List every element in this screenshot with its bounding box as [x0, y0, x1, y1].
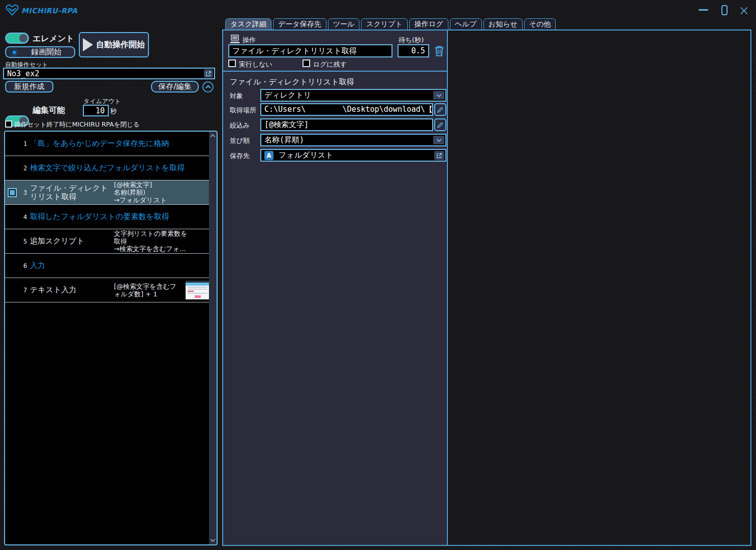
step-label: 検索文字で絞り込んだフォルダリストを取得: [30, 164, 209, 172]
skip-checkbox-label: 実行しない: [239, 60, 273, 69]
sort-select[interactable]: 名称(昇順): [260, 134, 446, 146]
step-label: 追加スクリプト: [30, 237, 112, 246]
external-link-icon: [205, 71, 211, 77]
collapse-button[interactable]: [202, 81, 214, 93]
tab-script[interactable]: スクリプト: [361, 18, 408, 30]
field-label-sort: 並び順: [230, 136, 250, 145]
step-row-4[interactable]: 4 取得したフォルダリストの要素数を取得: [5, 205, 209, 229]
destination-input[interactable]: A フォルダリスト: [260, 149, 446, 162]
external-link-icon: [436, 152, 442, 159]
section-divider: [223, 71, 447, 72]
wait-label: 待ち(秒): [399, 36, 424, 45]
field-label-location: 取得場所: [230, 106, 256, 115]
record-label: 録画開始: [31, 47, 62, 57]
variable-type-icon: A: [264, 151, 274, 160]
wait-seconds-input[interactable]: 0.5: [398, 44, 429, 57]
timeout-unit: 秒: [110, 107, 117, 116]
location-input[interactable]: C:\Users\ \Desktop\download\【問題】MI: [260, 103, 433, 116]
close-on-finish-checkbox[interactable]: [5, 120, 12, 128]
skip-checkbox[interactable]: [228, 59, 236, 67]
step-detail: 文字列リストの要素数を 取得 →検索文字を含むフォ...: [114, 230, 189, 253]
left-panel: エレメント 自動操作開始 録画開始 自動操作セット No3_ex2 新規作成 保…: [0, 18, 222, 550]
step-label: テキスト入力: [30, 286, 112, 294]
element-toggle[interactable]: [5, 33, 29, 44]
step-label: ファイル・ディレクトリリスト取得: [30, 184, 112, 201]
step-row-2[interactable]: 2 検索文字で絞り込んだフォルダリストを取得: [5, 156, 209, 180]
field-label-target: 対象: [230, 91, 243, 101]
step-thumbnail: [186, 281, 209, 299]
close-on-finish-label: 操作セット終了時にMICHIRU RPAを閉じる: [14, 120, 140, 129]
step-row-7[interactable]: 7 テキスト入力 [@検索文字を含むフ ォルダ数] + 1: [5, 278, 209, 302]
step-list: 1 「島」をあらかじめデータ保存先に格納 2 検索文字で絞り込んだフォルダリスト…: [4, 131, 218, 545]
step-label: 「島」をあらかじめデータ保存先に格納: [30, 139, 209, 148]
target-select[interactable]: ディレクトリ: [260, 89, 446, 102]
filter-edit-button[interactable]: [434, 118, 446, 131]
scroll-down-icon[interactable]: [210, 537, 216, 542]
tab-data-destination[interactable]: データ保存先: [273, 18, 326, 30]
computer-icon: [229, 35, 240, 44]
right-content-area: 操作 待ち(秒) ファイル・ディレクトリリスト取得 0.5 実行しない ログに残…: [222, 29, 751, 546]
task-detail-panel: 操作 待ち(秒) ファイル・ディレクトリリスト取得 0.5 実行しない ログに残…: [223, 30, 448, 545]
tab-operation-log[interactable]: 操作ログ: [409, 18, 448, 30]
editable-toggle-label: 編集可能: [33, 105, 65, 116]
app-logo-icon: [6, 4, 19, 16]
new-set-button[interactable]: 新規作成: [5, 81, 53, 93]
filter-input[interactable]: [@検索文字]: [260, 118, 433, 131]
element-toggle-label: エレメント: [33, 34, 74, 44]
tab-news[interactable]: お知らせ: [483, 18, 523, 30]
trash-icon[interactable]: [433, 45, 445, 57]
tab-tools[interactable]: ツール: [328, 18, 360, 30]
open-set-icon[interactable]: [204, 69, 213, 78]
operation-name-input[interactable]: ファイル・ディレクトリリスト取得: [228, 44, 392, 57]
step-row-6[interactable]: 6 入力: [5, 254, 209, 278]
log-checkbox[interactable]: [303, 59, 310, 67]
play-icon: [83, 38, 93, 51]
timeout-input[interactable]: 10: [83, 105, 109, 116]
auto-start-button[interactable]: 自動操作開始: [79, 32, 149, 57]
title-bar: MICHIRU-RPA: [0, 0, 756, 18]
chevron-down-icon[interactable]: [433, 91, 444, 100]
pencil-icon: [437, 121, 444, 129]
save-edit-button[interactable]: 保存/編集: [151, 81, 199, 93]
app-title: MICHIRU-RPA: [21, 7, 77, 15]
tab-help[interactable]: ヘルプ: [450, 18, 482, 30]
close-button[interactable]: [740, 7, 748, 15]
record-button[interactable]: 録画開始: [5, 46, 75, 58]
maximize-button[interactable]: [721, 5, 728, 15]
pencil-icon: [437, 106, 444, 113]
step-row-5[interactable]: 5 追加スクリプト 文字列リストの要素数を 取得 →検索文字を含むフォ...: [5, 229, 209, 254]
step-label: 取得したフォルダリストの要素数を取得: [30, 212, 209, 221]
chevron-up-icon: [205, 85, 210, 90]
auto-start-label: 自動操作開始: [96, 40, 145, 50]
tab-bar: タスク詳細 データ保存先 ツール スクリプト 操作ログ ヘルプ お知らせ その他: [225, 18, 556, 30]
location-edit-button[interactable]: [434, 103, 446, 116]
field-label-destination: 保存先: [230, 151, 250, 161]
scroll-up-icon[interactable]: [210, 134, 216, 139]
step-row-3-selected[interactable]: 3 ファイル・ディレクトリリスト取得 [@検索文字] 名称(昇順) →フォルダリ…: [5, 180, 209, 205]
operation-label: 操作: [243, 36, 256, 45]
step-list-scrollbar[interactable]: [209, 132, 217, 544]
step-detail: [@検索文字] 名称(昇順) →フォルダリスト: [114, 181, 189, 204]
field-label-filter: 絞込み: [230, 121, 250, 130]
record-radio-icon: [10, 48, 18, 56]
tab-task-detail[interactable]: タスク詳細: [225, 18, 271, 30]
tab-other[interactable]: その他: [524, 18, 556, 30]
section-title: ファイル・ディレクトリリスト取得: [230, 77, 354, 87]
minimize-button[interactable]: [699, 9, 708, 11]
operation-set-input[interactable]: No3_ex2: [3, 68, 215, 79]
step-row-1[interactable]: 1 「島」をあらかじめデータ保存先に格納: [5, 132, 209, 156]
chevron-down-icon[interactable]: [433, 136, 444, 144]
step-label: 入力: [30, 261, 209, 270]
step-detail: [@検索文字を含むフ ォルダ数] + 1: [114, 283, 189, 298]
log-checkbox-label: ログに残す: [313, 60, 347, 69]
destination-open-button[interactable]: [434, 151, 444, 160]
step-checkbox[interactable]: [8, 188, 17, 197]
